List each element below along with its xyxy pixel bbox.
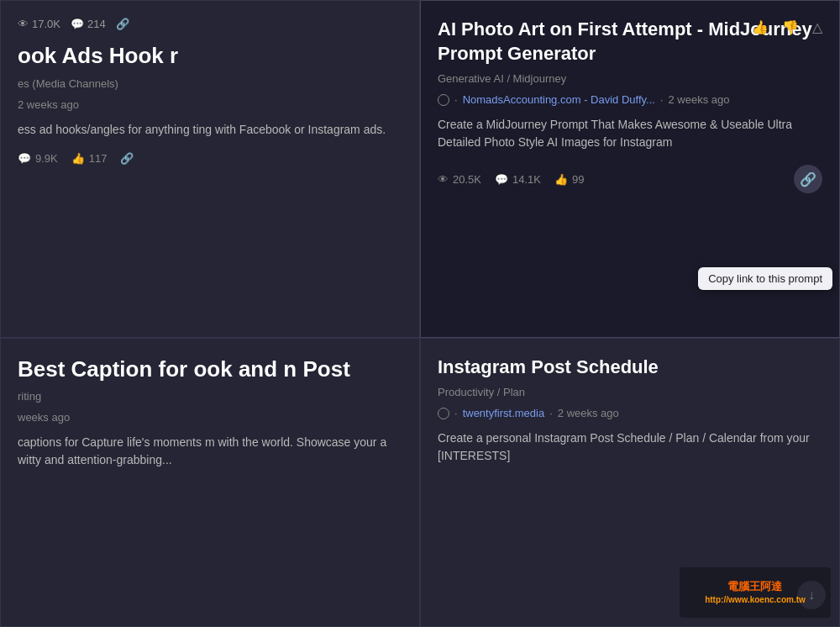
card-top-left-footer: 💬 9.9K 👍 117 🔗: [18, 152, 402, 165]
copy-link-tooltip: Copy link to this prompt: [698, 267, 832, 290]
card-top-right: 👍 👎 △ AI Photo Art on First Attempt - Mi…: [420, 0, 840, 338]
tooltip-container: Copy link to this prompt: [698, 267, 832, 290]
author-link[interactable]: twentyfirst.media: [463, 407, 545, 419]
card-bottom-right-description: Create a personal Instagram Post Schedul…: [438, 429, 822, 465]
card-bottom-right-title: Instagram Post Schedule: [438, 356, 822, 380]
card-top-left-title: ook Ads Hook r: [18, 42, 402, 71]
card-top-right-description: Create a MidJourney Prompt That Makes Aw…: [438, 116, 822, 151]
card-top-left-author: 2 weeks ago: [18, 98, 402, 111]
views-stat: 👁 20.5K: [438, 173, 481, 186]
comment-icon: 💬: [18, 152, 31, 165]
card-bottom-left-category: riting: [18, 390, 402, 403]
card-bottom-left-description: captions for Capture life's moments m wi…: [18, 434, 402, 469]
top-left-stats: 👁 17.0K 💬 214 🔗: [18, 18, 402, 30]
views-stat: 👁 17.0K: [18, 18, 60, 30]
author-link[interactable]: NomadsAccounting.com - David Duffy...: [463, 93, 655, 106]
flag-button[interactable]: △: [809, 16, 826, 39]
footer-likes: 👍 117: [71, 152, 108, 165]
comment-icon: 💬: [71, 18, 84, 30]
card-top-right-category: Generative AI / Midjourney: [438, 72, 822, 85]
comment-icon: 💬: [495, 173, 508, 186]
likes-stat: 👍 99: [554, 173, 584, 186]
watermark-text: 電腦王阿達 http://www.koenc.com.tw: [705, 580, 806, 605]
comments-stat: 💬 214: [71, 18, 106, 30]
watermark: 電腦王阿達 http://www.koenc.com.tw: [680, 567, 831, 618]
card-bottom-left-time: weeks ago: [18, 411, 402, 424]
globe-icon: [438, 94, 449, 106]
footer-link[interactable]: 🔗: [120, 152, 134, 165]
like-icon: 👍: [554, 173, 568, 186]
card-bottom-left-title: Best Caption for ook and n Post: [18, 356, 402, 384]
card-bottom-right: Instagram Post Schedule Productivity / P…: [420, 338, 840, 627]
card-top-right-author: · NomadsAccounting.com - David Duffy... …: [438, 93, 822, 106]
views-icon: 👁: [18, 18, 29, 30]
card-top-left-description: ess ad hooks/angles for anything ting wi…: [18, 121, 402, 139]
card-bottom-left: Best Caption for ook and n Post riting w…: [0, 338, 420, 627]
comments-stat: 💬 14.1K: [495, 173, 541, 186]
card-top-left-category: es (Media Channels): [18, 77, 402, 90]
thumbdown-button[interactable]: 👎: [779, 16, 802, 39]
card-top-left: 👁 17.0K 💬 214 🔗 ook Ads Hook r es (Media…: [0, 0, 420, 338]
card-top-right-footer: 👁 20.5K 💬 14.1K 👍 99 🔗: [438, 165, 822, 193]
card-bottom-right-category: Productivity / Plan: [438, 386, 822, 398]
eye-icon: 👁: [438, 173, 449, 186]
card-top-right-actions: 👍 👎 △: [748, 16, 826, 39]
copy-link-button[interactable]: 🔗: [794, 165, 822, 193]
like-icon: 👍: [71, 152, 85, 165]
link-stat: 🔗: [116, 18, 129, 30]
footer-comments: 💬 9.9K: [18, 152, 58, 165]
thumbup-button[interactable]: 👍: [748, 16, 772, 39]
globe-icon: [438, 408, 449, 419]
card-bottom-right-author: · twentyfirst.media · 2 weeks ago: [438, 407, 822, 419]
